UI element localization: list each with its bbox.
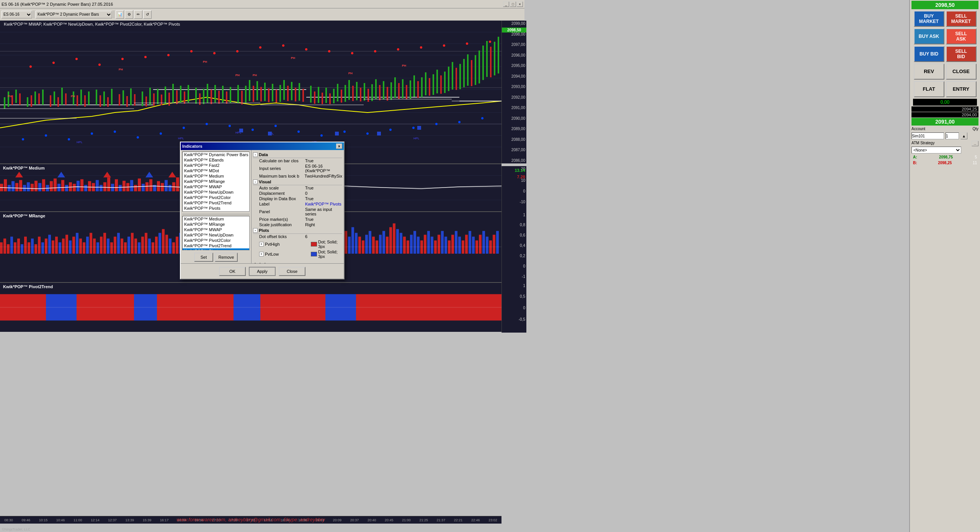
remove-button[interactable]: Remove (215, 253, 238, 262)
svg-rect-387 (431, 237, 433, 254)
data-collapse-icon[interactable]: - (253, 152, 258, 157)
displacement-label: Displacement (259, 191, 305, 196)
svg-rect-280 (62, 238, 65, 254)
close-position-button[interactable]: CLOSE (946, 64, 977, 80)
svg-rect-70 (50, 95, 51, 107)
active-item-pivots[interactable]: Kwik*POP™ Pivots (183, 248, 249, 250)
svg-rect-179 (494, 42, 495, 75)
svg-point-27 (229, 125, 231, 127)
sell-market-button[interactable]: SELLMARKET (946, 11, 977, 27)
svg-rect-402 (482, 231, 485, 253)
svg-point-34 (389, 129, 392, 131)
active-item-pivot2color[interactable]: Kwik*POP™ Pivot2Color (183, 238, 249, 243)
sell-ask-button[interactable]: SELLASK (946, 28, 977, 44)
svg-text:PH: PH (8, 95, 12, 98)
active-item-mrange[interactable]: Kwik*POP™ MRange (183, 222, 249, 227)
medium-value-2: 7.28 (517, 175, 525, 179)
buy-market-button[interactable]: BUYMARKET (914, 11, 944, 27)
svg-rect-145 (364, 83, 365, 101)
svg-rect-178 (490, 47, 492, 77)
qty-input[interactable] (946, 132, 959, 139)
maximize-btn[interactable]: □ (510, 2, 516, 7)
a-price: 2098,75 (939, 155, 953, 159)
dialog-close-icon-btn[interactable]: × (336, 144, 342, 149)
window-controls[interactable]: _ □ × (503, 2, 523, 7)
indicator-item-8[interactable]: Kwik*POP™ Pivot2Color (183, 195, 249, 200)
draw-btn[interactable]: ✏ (134, 10, 142, 19)
active-item-pivot2trend[interactable]: Kwik*POP™ Pivot2Trend (183, 243, 249, 248)
buy-ask-button[interactable]: BUY ASK (914, 28, 944, 44)
all-indicators-list[interactable]: Kwik*POP™ Dynamic Power Bars (Visuals) K… (182, 152, 250, 212)
ok-button[interactable]: OK (219, 267, 246, 276)
account-input[interactable] (911, 132, 944, 139)
indicator-item-1[interactable]: Kwik*POP™ EBands (183, 157, 249, 163)
svg-rect-133 (318, 87, 319, 103)
svg-rect-367 (362, 240, 364, 254)
price-label-2086: 2086,00 (511, 158, 525, 163)
current-price-display: 2098,50 (502, 28, 526, 33)
active-item-medium[interactable]: Kwik*POP™ Medium (183, 216, 249, 222)
indicator-item-3[interactable]: Kwik*POP™ MDot (183, 168, 249, 173)
minimize-btn[interactable]: _ (503, 2, 509, 7)
svg-rect-100 (180, 86, 181, 103)
indicator-item-11[interactable]: Kwik*POP™ Push2 (183, 211, 249, 212)
chart-type-btn[interactable]: 📊 (116, 10, 124, 19)
apply-button[interactable]: Apply (249, 267, 276, 276)
indicator-item-2[interactable]: Kwik*POP™ Fast2 (183, 163, 249, 168)
strategy-select[interactable]: Kwik*POP™ 2 Dynamic Power Bars (36, 11, 112, 18)
symbol-select[interactable]: ES 06-16 (2, 11, 32, 18)
indicator-item-5[interactable]: Kwik*POP™ MRange (183, 179, 249, 184)
svg-rect-217 (27, 182, 30, 191)
display-in-data-box-label: Display in Data Box (259, 196, 305, 201)
qty-up-button[interactable]: ▲ (960, 132, 967, 139)
svg-rect-405 (493, 235, 495, 253)
entry-button[interactable]: ENTRY (946, 81, 977, 97)
pvt-high-color-swatch[interactable] (311, 242, 317, 246)
set-button[interactable]: Set (194, 253, 213, 262)
indicator-item-9[interactable]: Kwik*POP™ Pivot2Trend (183, 200, 249, 206)
sell-bid-button[interactable]: SELLBID (946, 46, 977, 62)
svg-rect-153 (394, 77, 396, 98)
pvt-high-expand-icon[interactable]: + (259, 242, 264, 246)
atm-settings-button[interactable]: ... (972, 141, 978, 146)
pnl-value: 0,00 (941, 100, 949, 105)
indicator-item-10[interactable]: Kwik*POP™ Pivots (183, 206, 249, 211)
svg-rect-293 (107, 238, 109, 254)
svg-rect-267 (17, 238, 20, 254)
mrange-scale-04: 0,4 (520, 243, 525, 248)
indicator-item-7[interactable]: Kwik*POP™ NewUpDown (183, 189, 249, 195)
indicator-item-0[interactable]: Kwik*POP™ Dynamic Power Bars (Visuals) (183, 152, 249, 157)
atm-strategy-select[interactable]: <None> (911, 147, 961, 153)
indicator-item-6[interactable]: Kwik*POP™ MWAP (183, 184, 249, 189)
close-dialog-button[interactable]: Close (279, 267, 305, 276)
svg-rect-403 (486, 237, 488, 254)
visual-collapse-icon[interactable]: - (253, 180, 258, 184)
svg-rect-81 (100, 95, 101, 107)
buy-bid-button[interactable]: BUY BID (914, 46, 944, 62)
refresh-btn[interactable]: ↺ (143, 10, 152, 19)
svg-rect-292 (103, 233, 106, 253)
active-item-mwap[interactable]: Kwik*POP™ MWAP (183, 227, 249, 232)
pvt-low-expand-icon[interactable]: + (259, 252, 264, 256)
window-close-btn[interactable]: × (517, 2, 523, 7)
svg-rect-401 (479, 235, 482, 253)
plots-collapse-icon[interactable]: - (253, 228, 258, 233)
flat-button[interactable]: FLAT (914, 81, 944, 97)
svg-rect-196 (239, 129, 243, 132)
svg-rect-245 (134, 185, 137, 191)
dialog-titlebar[interactable]: Indicators × (181, 142, 344, 150)
svg-rect-390 (441, 231, 444, 253)
pvt-low-color-swatch[interactable] (311, 252, 317, 256)
rev-button[interactable]: REV (914, 64, 944, 80)
settings-btn[interactable]: ⚙ (125, 10, 133, 19)
active-indicators-list[interactable]: Kwik*POP™ Medium Kwik*POP™ MRange Kwik*P… (182, 216, 250, 250)
price-markers-row: Price marker(s) True (253, 217, 342, 222)
indicator-item-4[interactable]: Kwik*POP™ Medium (183, 173, 249, 179)
svg-rect-139 (341, 90, 342, 103)
account-qty-row: Account Qty (910, 126, 980, 132)
active-item-newupdown[interactable]: Kwik*POP™ NewUpDown (183, 232, 249, 238)
svg-rect-383 (417, 237, 420, 254)
svg-rect-281 (65, 235, 68, 253)
top-price-display: 2098,50 (911, 1, 978, 9)
svg-rect-392 (448, 240, 451, 254)
